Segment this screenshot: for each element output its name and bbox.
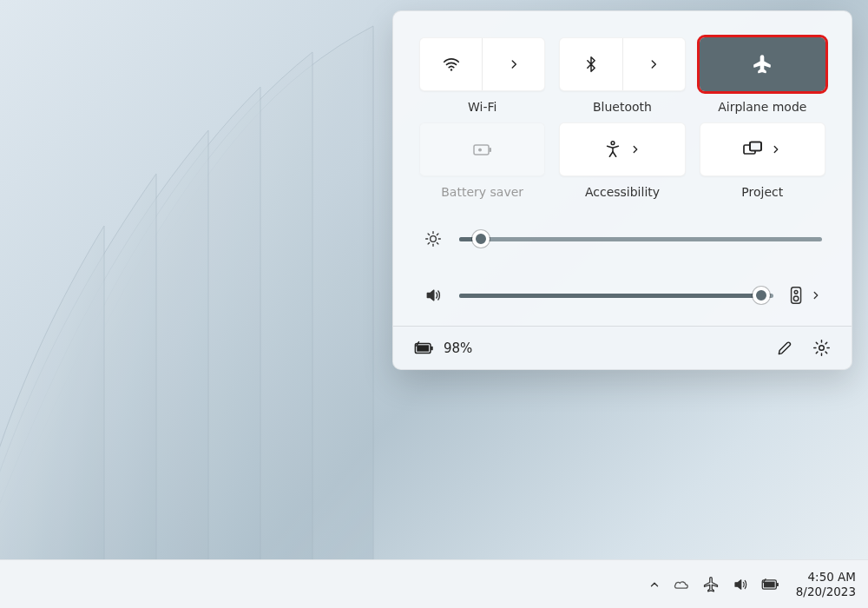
svg-point-17 (794, 291, 798, 294)
brightness-icon (423, 230, 444, 248)
sliders-section (393, 208, 852, 326)
quick-settings-tiles: Wi-Fi Bluetooth (393, 11, 852, 208)
battery-saver-icon (471, 140, 494, 159)
bluetooth-tile[interactable] (559, 37, 685, 91)
svg-rect-21 (417, 345, 429, 351)
svg-rect-25 (764, 581, 775, 587)
svg-point-0 (450, 69, 451, 70)
wifi-expand[interactable] (483, 38, 544, 90)
chevron-right-icon (629, 143, 641, 155)
airplane-tray-icon[interactable] (702, 576, 720, 593)
quick-settings-footer: 98% (393, 326, 852, 369)
wifi-icon (442, 55, 461, 74)
accessibility-label: Accessibility (585, 185, 660, 199)
svg-rect-5 (750, 142, 761, 151)
svg-point-7 (431, 236, 437, 242)
accessibility-tile[interactable] (559, 122, 685, 176)
wifi-toggle[interactable] (420, 38, 483, 90)
taskbar-clock[interactable]: 4:50 AM 8/20/2023 (789, 570, 856, 599)
tray-overflow-button[interactable] (648, 578, 661, 591)
bluetooth-icon (582, 55, 600, 74)
edit-quick-settings-button[interactable] (776, 340, 793, 357)
svg-rect-2 (489, 148, 491, 152)
chevron-right-icon (770, 143, 782, 155)
taskbar-time: 4:50 AM (796, 570, 856, 585)
svg-rect-20 (431, 346, 432, 350)
airplane-mode-label: Airplane mode (718, 100, 806, 114)
bluetooth-label: Bluetooth (593, 100, 652, 114)
quick-settings-panel: Wi-Fi Bluetooth (392, 10, 852, 370)
taskbar: 4:50 AM 8/20/2023 (0, 559, 868, 608)
svg-point-3 (611, 142, 615, 145)
volume-tray-icon[interactable] (732, 577, 749, 592)
airplane-icon (752, 54, 773, 75)
volume-icon (423, 287, 444, 304)
audio-output-icon[interactable] (789, 286, 805, 305)
chevron-right-icon (508, 58, 520, 70)
wifi-label: Wi-Fi (468, 100, 496, 114)
battery-icon (414, 340, 435, 356)
onedrive-tray-icon[interactable] (673, 578, 690, 591)
project-label: Project (741, 185, 783, 199)
volume-slider[interactable] (459, 294, 773, 298)
svg-line-15 (437, 234, 438, 235)
svg-point-22 (819, 346, 825, 351)
battery-saver-label: Battery saver (441, 185, 523, 199)
project-icon (742, 141, 763, 158)
svg-line-12 (428, 234, 430, 235)
brightness-slider[interactable] (459, 237, 822, 241)
bluetooth-toggle[interactable] (560, 38, 622, 90)
airplane-mode-tile[interactable] (700, 37, 825, 91)
wifi-tile[interactable] (419, 37, 545, 91)
battery-saver-tile (419, 122, 545, 176)
svg-point-18 (793, 296, 799, 301)
svg-rect-24 (777, 582, 779, 585)
volume-slider-row (423, 286, 822, 305)
battery-tray-icon[interactable] (761, 578, 780, 591)
battery-percent: 98% (444, 340, 472, 356)
brightness-slider-row (423, 230, 822, 248)
battery-status[interactable]: 98% (414, 340, 472, 356)
chevron-right-icon (648, 58, 660, 70)
accessibility-icon (603, 140, 622, 159)
settings-button[interactable] (812, 339, 831, 357)
project-tile[interactable] (700, 122, 825, 176)
svg-line-13 (437, 242, 438, 244)
svg-line-14 (428, 242, 430, 244)
bluetooth-expand[interactable] (623, 38, 685, 90)
taskbar-date: 8/20/2023 (796, 585, 856, 599)
chevron-right-icon[interactable] (810, 289, 822, 301)
system-tray (648, 576, 780, 593)
